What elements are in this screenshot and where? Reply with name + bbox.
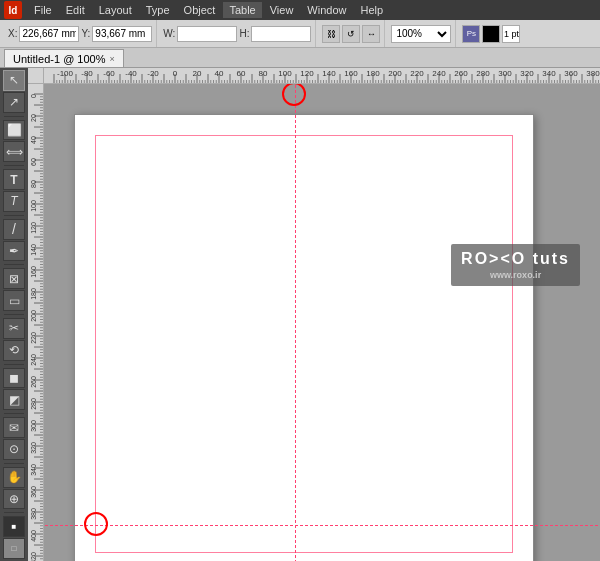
- top-circle-indicator: [282, 84, 306, 106]
- menu-type[interactable]: Type: [140, 2, 176, 18]
- gradient-feather[interactable]: ◩: [3, 389, 25, 410]
- type-on-path[interactable]: T: [3, 191, 25, 212]
- watermark: RO><O tuts www.roxo.ir: [451, 244, 580, 286]
- tab-untitled[interactable]: Untitled-1 @ 100% ×: [4, 49, 124, 67]
- menu-help[interactable]: Help: [354, 2, 389, 18]
- rotate-icon[interactable]: ↺: [342, 25, 360, 43]
- menu-table[interactable]: Table: [223, 2, 261, 18]
- tool-separator-6: [4, 364, 24, 365]
- gradient-tool[interactable]: ◼: [3, 368, 25, 389]
- canvas-area: RO><O tuts www.roxo.ir: [28, 68, 600, 561]
- chain-icon[interactable]: ⛓: [322, 25, 340, 43]
- watermark-brand: RO><O tuts: [461, 250, 570, 268]
- ruler-corner: [28, 68, 44, 84]
- page-margin-guides: [95, 135, 513, 553]
- toolbar: X: Y: W: H: ⛓ ↺ ↔ 100% Ps 1 pt: [0, 20, 600, 48]
- menu-edit[interactable]: Edit: [60, 2, 91, 18]
- line-tool[interactable]: /: [3, 219, 25, 240]
- flip-icon[interactable]: ↔: [362, 25, 380, 43]
- tool-separator-8: [4, 463, 24, 464]
- type-tool[interactable]: T: [3, 169, 25, 190]
- note-tool[interactable]: ✉: [3, 417, 25, 438]
- x-input[interactable]: [19, 26, 79, 42]
- ps-icon[interactable]: Ps: [462, 25, 480, 43]
- stroke-color[interactable]: □: [3, 538, 25, 559]
- toolbar-right-icons: Ps 1 pt: [458, 20, 524, 47]
- stroke-swatch[interactable]: [482, 25, 500, 43]
- document-page: [74, 114, 534, 561]
- direct-selection-tool[interactable]: ↗: [3, 92, 25, 113]
- x-label: X:: [8, 28, 17, 39]
- selection-tool[interactable]: ↖: [3, 70, 25, 91]
- ruler-left: [28, 84, 44, 561]
- menu-object[interactable]: Object: [178, 2, 222, 18]
- eyedropper-tool[interactable]: ⊙: [3, 439, 25, 460]
- menu-window[interactable]: Window: [301, 2, 352, 18]
- y-label: Y:: [81, 28, 90, 39]
- page-tool[interactable]: ⬜: [3, 120, 25, 141]
- scissors-tool[interactable]: ✂: [3, 318, 25, 339]
- rectangle-frame-tool[interactable]: ⊠: [3, 268, 25, 289]
- pen-tool[interactable]: ✒: [3, 241, 25, 262]
- watermark-url: www.roxo.ir: [461, 270, 570, 280]
- stroke-width-input[interactable]: 1 pt: [502, 25, 520, 43]
- tabs-bar: Untitled-1 @ 100% ×: [0, 48, 600, 68]
- y-input[interactable]: [92, 26, 152, 42]
- free-transform[interactable]: ⟲: [3, 340, 25, 361]
- fill-color[interactable]: ■: [3, 516, 25, 537]
- h-label: H:: [239, 28, 249, 39]
- w-label: W:: [163, 28, 175, 39]
- app-icon: Id: [4, 1, 22, 19]
- zoom-dropdown[interactable]: 100%: [391, 25, 451, 43]
- toolbar-size: W: H:: [159, 20, 316, 47]
- tool-separator-5: [4, 314, 24, 315]
- zoom-tool[interactable]: ⊕: [3, 489, 25, 510]
- toolbar-zoom: 100%: [387, 20, 456, 47]
- tool-separator-9: [4, 512, 24, 513]
- menu-layout[interactable]: Layout: [93, 2, 138, 18]
- tab-label: Untitled-1 @ 100%: [13, 53, 106, 65]
- tool-separator-2: [4, 165, 24, 166]
- menu-bar: Id File Edit Layout Type Object Table Vi…: [0, 0, 600, 20]
- tool-separator-1: [4, 116, 24, 117]
- menu-file[interactable]: File: [28, 2, 58, 18]
- tool-separator-3: [4, 215, 24, 216]
- tool-separator-7: [4, 413, 24, 414]
- main-area: ↖ ↗ ⬜ ⟺ T T / ✒ ⊠ ▭ ✂ ⟲ ◼ ◩ ✉ ⊙ ✋ ⊕ ■ □: [0, 68, 600, 561]
- toolbar-transform: X: Y:: [4, 20, 157, 47]
- bottom-circle-indicator: [84, 512, 108, 536]
- tools-panel: ↖ ↗ ⬜ ⟺ T T / ✒ ⊠ ▭ ✂ ⟲ ◼ ◩ ✉ ⊙ ✋ ⊕ ■ □: [0, 68, 28, 561]
- vertical-guide: [295, 85, 296, 561]
- menu-view[interactable]: View: [264, 2, 300, 18]
- rectangle-tool[interactable]: ▭: [3, 290, 25, 311]
- horizontal-guide: [45, 525, 600, 526]
- hand-tool[interactable]: ✋: [3, 467, 25, 488]
- gap-tool[interactable]: ⟺: [3, 141, 25, 162]
- h-input[interactable]: [251, 26, 311, 42]
- canvas-content[interactable]: RO><O tuts www.roxo.ir: [44, 84, 600, 561]
- ruler-top: [44, 68, 600, 84]
- toolbar-icons: ⛓ ↺ ↔: [318, 20, 385, 47]
- w-input[interactable]: [177, 26, 237, 42]
- tool-separator-4: [4, 264, 24, 265]
- tab-close-button[interactable]: ×: [110, 54, 115, 64]
